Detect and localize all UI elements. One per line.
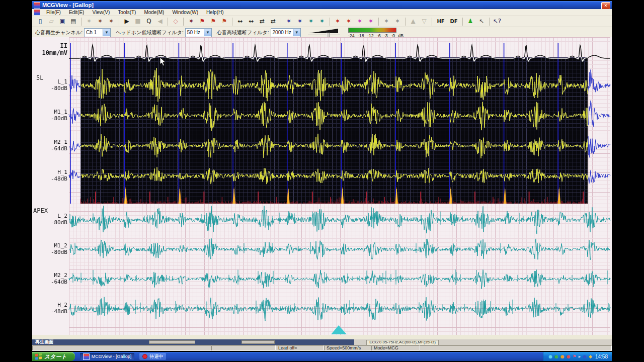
- task-buttons: MCGView - [Gallop]待避中: [75, 353, 166, 360]
- toolbar-separator: [432, 18, 432, 26]
- title-bar[interactable]: MCGView - [Gallop] ×: [32, 1, 612, 9]
- chevron-down-icon[interactable]: ▼: [293, 29, 300, 36]
- flag-marker-2-button[interactable]: ⚑: [208, 16, 219, 27]
- tray-icons: ●●●●⚑▸●◆: [548, 352, 594, 361]
- patient-button[interactable]: ♟: [465, 16, 476, 27]
- tabbar-field-1: [149, 340, 195, 344]
- channel-combo[interactable]: Ch 1 ▼: [84, 28, 111, 37]
- start-button[interactable]: スタート: [32, 352, 75, 361]
- zoom-button[interactable]: Q: [143, 16, 154, 27]
- status-lead-off: Lead off=: [276, 345, 324, 350]
- menu-mode[interactable]: Mode(M): [140, 10, 168, 15]
- status-mode: Mode=MCG: [371, 345, 420, 350]
- menu-bar: File(F)Edit(E)View(V)Tools(T)Mode(M)Wind…: [32, 9, 612, 16]
- marker-red-2-button[interactable]: ✶: [343, 16, 354, 27]
- marker-magenta-1-button[interactable]: ✶: [354, 16, 365, 27]
- tray-icon-red[interactable]: ●: [567, 352, 571, 361]
- level-meter: -24-18-12-6-3-0dB: [348, 28, 407, 38]
- toolbar-separator: [489, 18, 490, 26]
- status-panel-empty-1: [32, 345, 211, 350]
- marker-gray-2-button[interactable]: ✶: [392, 16, 403, 27]
- tray-icon-pointer[interactable]: ▸: [579, 352, 581, 361]
- document-icon: [34, 9, 40, 16]
- volume-slider[interactable]: [308, 28, 341, 38]
- sensor-position-1-button[interactable]: ✶: [95, 16, 106, 27]
- menu-edit[interactable]: Edit(E): [65, 10, 89, 15]
- mcgview-app-icon: [34, 2, 40, 9]
- flag-marker-1-button[interactable]: ⚑: [197, 16, 208, 27]
- play-button[interactable]: ▶: [121, 16, 132, 27]
- marker-red-1-button[interactable]: ✶: [332, 16, 343, 27]
- taskbar-task-mcgview[interactable]: MCGView - [Gallop]: [80, 353, 134, 360]
- save-file-button[interactable]: ▣: [57, 16, 68, 27]
- mouse-cursor: [159, 57, 167, 67]
- status-panel-empty-3: [420, 345, 612, 350]
- start-label: スタート: [44, 353, 67, 360]
- toolbar-separator: [330, 18, 330, 26]
- system-tray: ●●●●⚑▸●◆ 14:58: [543, 352, 612, 361]
- waveform-canvas[interactable]: [32, 37, 612, 335]
- menu-file[interactable]: File(F): [42, 10, 65, 15]
- tray-icon-green[interactable]: ●: [554, 352, 558, 361]
- chevron-down-icon[interactable]: ▼: [103, 29, 110, 36]
- level-meter-bar: [348, 28, 396, 33]
- move-up-button[interactable]: ▲: [408, 16, 419, 27]
- marker-teal-1-button[interactable]: ✶: [305, 16, 316, 27]
- step-back-button[interactable]: ◀: [154, 16, 166, 27]
- compress-time-button[interactable]: ↔: [246, 16, 257, 27]
- flag-marker-3-button[interactable]: ⚑: [219, 16, 230, 27]
- marker-teal-2-button[interactable]: ✶: [316, 16, 328, 27]
- marker-gray-1-button[interactable]: ✶: [381, 16, 392, 27]
- toolbar-separator: [232, 18, 232, 26]
- toolbar-separator: [119, 18, 119, 26]
- event-marker-button[interactable]: ✶: [186, 16, 197, 27]
- highcut-combo-label: 心音高域遮断フィルタ:: [217, 29, 269, 36]
- status-bar: Lead off= Speed=500mm/s Mode=MCG: [32, 345, 612, 351]
- menu-tools[interactable]: Tools(T): [114, 10, 140, 15]
- sensor-position-2-button[interactable]: ✶: [106, 16, 117, 27]
- open-file-button[interactable]: ▱: [46, 16, 57, 27]
- stop-button[interactable]: ■: [132, 16, 143, 27]
- taskbar: スタート MCGView - [Gallop]待避中 ●●●●⚑▸●◆ 14:5…: [32, 352, 612, 361]
- new-file-button[interactable]: ▯: [35, 16, 46, 27]
- tray-icon-orange[interactable]: ●: [560, 352, 565, 361]
- toolbar-separator: [81, 18, 82, 26]
- hf-filter-button[interactable]: HF: [434, 16, 447, 27]
- tray-icon-messenger[interactable]: ●: [548, 352, 552, 361]
- mcgview-window: MCGView - [Gallop] × File(F)Edit(E)View(…: [32, 1, 612, 351]
- recorder-icon: [142, 354, 147, 359]
- tray-icon-yellow[interactable]: ◆: [589, 352, 592, 361]
- tab-playback-screen[interactable]: 再生画面: [32, 339, 56, 345]
- tray-icon-flag[interactable]: ⚑: [573, 352, 577, 361]
- taskbar-task-secondary[interactable]: 待避中: [139, 353, 166, 360]
- marker-blue-1-button[interactable]: ✶: [283, 16, 294, 27]
- toolbar-separator: [378, 18, 379, 26]
- menu-bar-items: File(F)Edit(E)View(V)Tools(T)Mode(M)Wind…: [42, 9, 228, 16]
- shift-right-button[interactable]: ⇄: [268, 16, 279, 27]
- filter-tool-button[interactable]: ▽: [419, 16, 430, 27]
- task-label: MCGView - [Gallop]: [92, 354, 131, 359]
- window-title: MCGView - [Gallop]: [42, 2, 94, 8]
- help-button[interactable]: ↖?: [492, 16, 503, 27]
- menu-help[interactable]: Help(H): [202, 10, 227, 15]
- main-toolbar: ▯▱▣▤✶✶✶▶■Q◀◇✶⚑⚑⚑↔↔⇄⇄✶✶✶✶✶✶✶✶✶✶▲▽HFDF♟↖↖?: [32, 16, 612, 27]
- chevron-down-icon[interactable]: ▼: [204, 29, 211, 36]
- tray-icon-blue[interactable]: ●: [583, 352, 587, 361]
- diamond-marker-button[interactable]: ◇: [170, 16, 181, 27]
- windows-logo-icon: [35, 353, 42, 360]
- volume-wedge-icon: [309, 29, 338, 33]
- df-filter-button[interactable]: DF: [447, 16, 460, 27]
- lowcut-combo[interactable]: 50 Hz ▼: [185, 28, 212, 37]
- pointer-tool-button[interactable]: ↖: [476, 16, 487, 27]
- shift-left-button[interactable]: ⇄: [257, 16, 268, 27]
- mcgview-app-icon: [83, 353, 90, 360]
- menu-view[interactable]: View(V): [88, 10, 114, 15]
- print-button[interactable]: ▤: [68, 16, 79, 27]
- sensor-map-button[interactable]: ✶: [84, 16, 95, 27]
- close-button[interactable]: ×: [601, 2, 610, 10]
- expand-time-button[interactable]: ↔: [234, 16, 246, 27]
- marker-blue-2-button[interactable]: ✶: [294, 16, 305, 27]
- marker-magenta-2-button[interactable]: ✶: [365, 16, 376, 27]
- highcut-combo[interactable]: 2000 Hz ▼: [271, 28, 301, 37]
- menu-window[interactable]: Window(W): [168, 10, 202, 15]
